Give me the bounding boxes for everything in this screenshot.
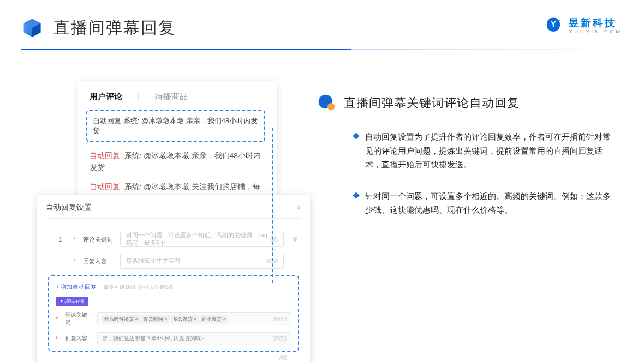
comment-row: 自动回复 系统: @冰墩墩本墩 亲亲，我们48小时内发货 <box>90 150 265 173</box>
header-divider <box>21 49 622 50</box>
ex-reply-input[interactable]: 亲，我们这边都是下单48小时内发货的哦～ 37/50 <box>97 332 291 345</box>
ex-keyword-label: 评论关键词 <box>65 311 92 327</box>
chat-bubble-icon <box>318 94 336 112</box>
bottom-count: /50 <box>48 355 299 361</box>
ex-reply-text: 亲，我们这边都是下单48小时内发货的哦～ <box>102 335 206 342</box>
auto-reply-settings-panel: 自动回复设置 × ⋮⋮ 1 * 评论关键词 对同一个问题，可设置多个相近、高频的… <box>37 195 310 362</box>
svg-point-1 <box>559 19 561 21</box>
reply-placeholder: 每条限50个中文字符 <box>126 257 181 265</box>
ex-reply-label: 回复内容 <box>65 335 92 342</box>
ex-reply-count: 37/50 <box>273 336 287 342</box>
reply-label: 回复内容 <box>83 257 115 266</box>
sequence-number: 1 <box>59 236 68 243</box>
ex-tag[interactable]: 多久发货 × <box>171 315 199 323</box>
example-chip: ● 填写示例 <box>56 297 88 306</box>
ex-kw-count: 20/50 <box>273 316 287 322</box>
diamond-bullet-icon <box>353 132 360 140</box>
auto-reply-tag: 自动回复 <box>90 183 120 191</box>
keyword-label: 评论关键词 <box>83 236 115 244</box>
required-dot: * <box>73 258 77 264</box>
settings-title: 自动回复设置 <box>46 203 92 213</box>
brand-name-en: YUUXIN.COM <box>569 29 622 34</box>
auto-reply-tag: 自动回复 <box>93 117 121 125</box>
comment-row-highlighted: 自动回复 系统: @冰墩墩本墩 亲亲，我们48小时内发货 <box>86 110 265 142</box>
brand-icon: Y <box>544 16 563 36</box>
tab-divider: | <box>138 92 140 102</box>
add-auto-reply-link[interactable]: + 增加自动回复 <box>56 283 97 290</box>
reply-row: ⋮⋮ 1 * 回复内容 每条限50个中文字符 0/50 🗑 <box>48 254 299 269</box>
tab-user-comments[interactable]: 用户评论 <box>90 92 122 102</box>
page-title: 直播间弹幕回复 <box>53 17 176 39</box>
close-icon[interactable]: × <box>297 203 301 212</box>
trash-icon[interactable]: 🗑 <box>293 236 299 243</box>
keyword-input[interactable]: 对同一个问题，可设置多个相近、高频的关键词，Tag确定，最多5个 0/5 <box>120 232 284 247</box>
ex-keyword-input[interactable]: 什么时候发货 × 发货时间 × 多久发货 × 还不发货 × 20/50 <box>97 312 291 325</box>
bullet-text: 自动回复设置为了提升作者的评论回复效率，作者可在开播前针对常见的评论用户问题，提… <box>365 130 618 172</box>
add-hint: 最多可建10条 还可以创建9条 <box>103 284 174 290</box>
required-dot: * <box>56 316 60 322</box>
tab-pending-products[interactable]: 待播商品 <box>155 92 188 102</box>
bullet-item: 针对同一个问题，可设置多个相近的、高频的关键词。例如：这款多少钱、这块能优惠吗、… <box>318 189 618 217</box>
ex-tag[interactable]: 什么时候发货 × <box>102 315 140 323</box>
keyword-placeholder: 对同一个问题，可设置多个相近、高频的关键词，Tag确定，最多5个 <box>126 232 270 247</box>
ex-tag[interactable]: 发货时间 × <box>141 315 170 323</box>
ex-tag[interactable]: 还不发货 × <box>200 315 228 323</box>
svg-text:Y: Y <box>551 20 557 29</box>
section-heading: 直播间弹幕关键词评论自动回复 <box>344 95 520 111</box>
example-reply-row: * 回复内容 亲，我们这边都是下单48小时内发货的哦～ 37/50 <box>56 332 291 345</box>
drag-handle-icon[interactable]: ⋮⋮ <box>48 237 53 243</box>
callout-line <box>272 128 273 283</box>
example-keyword-row: * 评论关键词 什么时候发货 × 发货时间 × 多久发货 × 还不发货 × 20… <box>56 311 291 327</box>
bullet-text: 针对同一个问题，可设置多个相近的、高频的关键词。例如：这款多少钱、这块能优惠吗、… <box>365 189 618 217</box>
brand-name-cn: 昱新科技 <box>569 18 622 28</box>
cube-icon <box>21 16 44 39</box>
comments-tabs: 用户评论 | 待播商品 <box>90 92 265 102</box>
bullet-item: 自动回复设置为了提升作者的评论回复效率，作者可在开播前针对常见的评论用户问题，提… <box>318 130 618 172</box>
required-dot: * <box>73 237 77 243</box>
diamond-bullet-icon <box>353 192 360 199</box>
required-dot: * <box>56 336 60 342</box>
keyword-row: ⋮⋮ 1 * 评论关键词 对同一个问题，可设置多个相近、高频的关键词，Tag确定… <box>48 232 299 247</box>
reply-input[interactable]: 每条限50个中文字符 0/50 <box>120 254 284 269</box>
description-column: 直播间弹幕关键词评论自动回复 自动回复设置为了提升作者的评论回复效率，作者可在开… <box>318 94 618 217</box>
keyword-count: 0/5 <box>270 237 278 243</box>
brand-logo: Y 昱新科技 YUUXIN.COM <box>544 16 622 36</box>
svg-point-3 <box>327 103 335 111</box>
example-box: + 增加自动回复 最多可建10条 还可以创建9条 ● 填写示例 * 评论关键词 … <box>48 275 299 352</box>
auto-reply-tag: 自动回复 <box>90 152 120 160</box>
